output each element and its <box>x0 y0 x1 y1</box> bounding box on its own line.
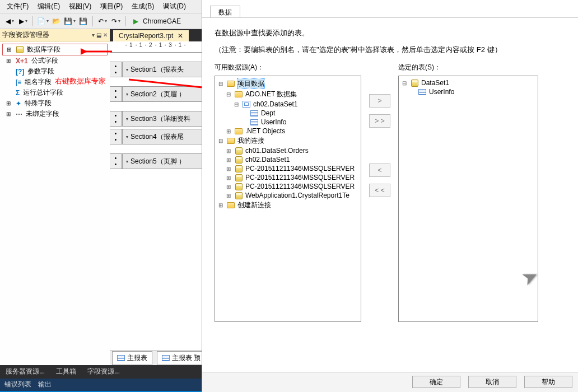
menu-build[interactable]: 生成(B) <box>127 1 159 12</box>
redo-button[interactable]: ↷ <box>110 15 122 27</box>
annotation-text: 右键数据库专家 <box>55 76 106 86</box>
dialog-instruction: 在数据源中查找要添加的表。 <box>215 28 566 38</box>
node-webapp[interactable]: ⊞WebApplication1.CrystalReport1Te <box>217 191 358 200</box>
menu-file[interactable]: 文件(F) <box>2 1 33 12</box>
menu-debug[interactable]: 调试(D) <box>159 1 190 12</box>
menu-project[interactable]: 项目(P) <box>96 1 127 12</box>
field-unbound[interactable]: ⊞⋯未绑定字段 <box>2 109 108 119</box>
save-button[interactable]: 💾 <box>63 15 76 27</box>
panel-title: 字段资源管理器 <box>2 30 49 40</box>
back-button[interactable]: ◀ <box>3 15 16 27</box>
server-explorer-tab[interactable]: 服务器资源... <box>0 365 50 379</box>
run-button[interactable]: ▶ <box>129 15 142 27</box>
save-all-button[interactable]: 💾 <box>77 15 89 27</box>
field-special[interactable]: ⊞✦特殊字段 <box>2 98 108 109</box>
close-icon[interactable]: ✕ <box>178 32 183 40</box>
node-pc3[interactable]: ⊞PC-201511211346\MSSQLSERVER <box>217 182 358 191</box>
field-running[interactable]: Σ运行总计字段 <box>2 87 108 98</box>
node-ado-net[interactable]: ⊟ADO.NET 数据集 <box>217 89 358 100</box>
new-button[interactable]: 📄 <box>36 15 49 27</box>
selected-label: 选定的表(S)： <box>398 63 538 72</box>
node-orders[interactable]: ⊞ch01.DataSet.Orders <box>217 146 358 155</box>
dialog-note: （注意：要编辑表的别名，请在"选定的表"树中选择该表，然后单击选定内容或按 F2… <box>215 45 566 55</box>
node-pc1[interactable]: ⊞PC-201511211346\MSSQLSERVER <box>217 164 358 173</box>
node-ds1b[interactable]: ⊞ch02.DataSet1 <box>217 155 358 164</box>
run-target[interactable]: ChromeGAE <box>143 17 181 25</box>
node-userinfo[interactable]: UserInfo <box>217 118 358 127</box>
panel-tools[interactable]: ▾ ⬓ ✕ <box>92 32 108 38</box>
dialog-tabs: 数据 <box>202 0 578 18</box>
database-expert-dialog: 数据 在数据源中查找要添加的表。 （注意：要编辑表的别名，请在"选定的表"树中选… <box>202 0 578 392</box>
undo-button[interactable]: ↶ <box>96 15 109 27</box>
selected-tree[interactable]: ⊟DataSet1 UserInfo <box>398 76 538 322</box>
menu-edit[interactable]: 编辑(E) <box>33 1 64 12</box>
field-source-tab[interactable]: 字段资源... <box>82 365 125 379</box>
panel-header: 字段资源管理器 ▾ ⬓ ✕ <box>0 29 110 41</box>
available-tree[interactable]: ⊟项目数据 ⊟ADO.NET 数据集 ⊟ch02.DataSet1 Dept U… <box>215 76 361 322</box>
remove-all-button[interactable]: < < <box>369 184 390 197</box>
tab-preview[interactable]: 主报表 预 <box>157 351 206 365</box>
dialog-buttons: 确定 取消 帮助 <box>202 372 578 392</box>
field-param[interactable]: [?]参数字段 <box>2 66 108 77</box>
node-ch02-dataset1[interactable]: ⊟ch02.DataSet1 <box>217 100 358 109</box>
node-pc2[interactable]: ⊞PC-201511211346\MSSQLSERVER <box>217 173 358 182</box>
menu-view[interactable]: 视图(V) <box>64 1 96 12</box>
cancel-button[interactable]: 取消 <box>468 376 516 388</box>
add-all-button[interactable]: > > <box>369 114 390 128</box>
doc-tab-active[interactable]: CrystalReport3.rpt✕ <box>113 30 189 41</box>
add-button[interactable]: > <box>369 94 390 108</box>
ok-button[interactable]: 确定 <box>412 376 460 388</box>
tab-data[interactable]: 数据 <box>210 6 240 17</box>
node-dept[interactable]: Dept <box>217 109 358 118</box>
open-button[interactable]: 📂 <box>50 15 62 27</box>
help-button[interactable]: 帮助 <box>524 376 572 388</box>
node-selected-userinfo[interactable]: UserInfo <box>401 87 535 96</box>
node-project-data[interactable]: ⊟项目数据 <box>217 78 358 89</box>
available-label: 可用数据源(A)： <box>215 63 361 72</box>
node-selected-ds[interactable]: ⊟DataSet1 <box>401 78 535 87</box>
remove-button[interactable]: < <box>369 164 390 177</box>
transfer-buttons: > > > < < < <box>369 63 390 322</box>
tab-main[interactable]: 主报表 <box>112 351 152 365</box>
node-new-connection[interactable]: ⊞创建新连接 <box>217 200 358 211</box>
arrow-left-icon <box>81 45 114 58</box>
node-my-connections[interactable]: ⊟我的连接 <box>217 136 358 146</box>
toolbox-tab[interactable]: 工具箱 <box>50 365 82 379</box>
node-net-objects[interactable]: ⊞.NET Objects <box>217 127 358 136</box>
forward-button[interactable]: ▶ <box>17 15 29 27</box>
